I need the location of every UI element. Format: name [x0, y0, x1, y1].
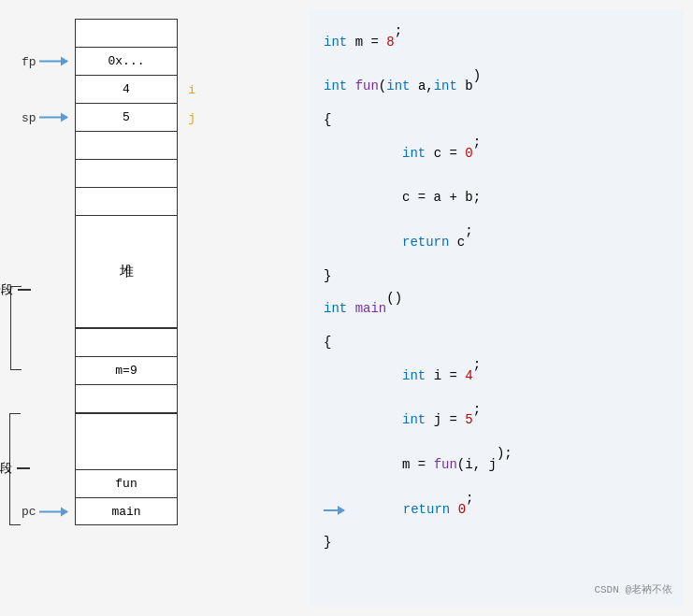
- kw-int-6: int: [324, 298, 347, 321]
- code-line-10: int i = 4;: [324, 354, 669, 399]
- code-line-8: int main(): [324, 288, 669, 333]
- code-line-14: }: [324, 532, 669, 554]
- cell-4: 4 i: [75, 75, 178, 103]
- cell-4-val: 4: [123, 82, 130, 96]
- num-0-2: 0: [458, 499, 466, 522]
- cell-m9: m=9: [75, 356, 178, 384]
- cell-i-label: i: [188, 82, 195, 96]
- var-c: c: [434, 143, 441, 165]
- sp-label: sp: [22, 110, 36, 124]
- fp-label: fp: [22, 54, 36, 68]
- data-section-label: 数据段: [0, 281, 31, 298]
- fn-fun-call: fun: [434, 454, 457, 477]
- code-line-9: {: [324, 332, 669, 354]
- code-dash: [17, 467, 30, 469]
- kw-int-7: int: [402, 365, 426, 388]
- brace-close-2: }: [324, 532, 331, 554]
- cell-empty2: [75, 159, 178, 187]
- code-line-7: }: [324, 265, 669, 288]
- num-5: 5: [465, 409, 472, 432]
- num-8: 8: [386, 32, 394, 54]
- brace-close-1: }: [324, 265, 331, 288]
- kw-int-2: int: [324, 76, 347, 98]
- arg-i: i: [465, 454, 472, 477]
- cell-empty1: [75, 131, 178, 159]
- cell-0x-label: 0x...: [108, 54, 144, 68]
- expr-c-ab: c = a + b;: [402, 187, 481, 209]
- kw-int-3: int: [386, 76, 410, 98]
- cell-0x: 0x... fp: [75, 47, 178, 75]
- var-b: b: [465, 76, 472, 98]
- code-line-5: c = a + b;: [324, 177, 669, 222]
- cell-5-val: 5: [123, 110, 130, 124]
- code-section-label: 代码段: [0, 460, 30, 477]
- cell-heap: 堆: [75, 215, 178, 327]
- var-j-2: j: [434, 409, 441, 432]
- cell-j-label: j: [188, 110, 195, 124]
- cell-code1: [75, 413, 178, 469]
- cell-main: main pc: [75, 497, 178, 525]
- main-container: 0x... fp 4 i 5 j sp: [0, 0, 693, 616]
- memory-section: 0x... fp 4 i 5 j sp: [9, 9, 290, 607]
- cell-5: 5 j sp: [75, 103, 178, 131]
- code-line-12: m = fun(i, j);: [324, 443, 669, 488]
- kw-return-2: return: [403, 499, 450, 522]
- code-line-1: int m = 8;: [324, 21, 669, 65]
- cell-empty3: [75, 187, 178, 215]
- code-line-11: int j = 5;: [324, 399, 669, 444]
- fn-main: main: [355, 298, 387, 321]
- code-line-3: {: [324, 109, 669, 132]
- var-m: m: [355, 32, 363, 54]
- kw-int-1: int: [324, 32, 347, 54]
- sp-arrow: [39, 117, 67, 119]
- kw-int-5: int: [402, 143, 426, 165]
- var-a: a: [418, 76, 426, 98]
- return-arrow: [324, 509, 344, 511]
- cell-fun: fun: [75, 469, 178, 497]
- code-line-4: int c = 0;: [324, 132, 669, 177]
- pc-label: pc: [22, 505, 36, 519]
- kw-int-8: int: [402, 409, 426, 432]
- num-4: 4: [465, 365, 472, 388]
- return-arrow-indicator: [324, 509, 344, 511]
- cell-top: [75, 19, 178, 47]
- heap-label: 堆: [120, 263, 134, 280]
- pc-arrow: [39, 510, 67, 512]
- memory-stack: 0x... fp 4 i 5 j sp: [75, 19, 196, 525]
- cell-data1: [75, 328, 178, 356]
- brace-open-1: {: [324, 109, 331, 132]
- fn-fun: fun: [355, 76, 379, 98]
- arg-j: j: [488, 454, 496, 477]
- num-0-1: 0: [465, 143, 472, 165]
- code-line-13: return 0;: [324, 488, 669, 533]
- kw-int-4: int: [434, 76, 457, 98]
- var-c-2: c: [457, 232, 465, 254]
- fp-arrow: [39, 61, 67, 63]
- data-bracket: [10, 286, 22, 370]
- watermark: CSDN @老衲不依: [594, 581, 672, 599]
- code-section: int m = 8; int fun(int a,int b) { int c …: [309, 9, 684, 607]
- expr-m-fun: m =: [402, 454, 434, 477]
- data-dash: [18, 289, 31, 291]
- code-line-6: return c;: [324, 221, 669, 265]
- var-i-2: i: [434, 365, 441, 388]
- cell-data2: [75, 384, 178, 412]
- kw-return-1: return: [402, 232, 449, 254]
- brace-open-2: {: [324, 332, 331, 354]
- code-line-2: int fun(int a,int b): [324, 65, 669, 110]
